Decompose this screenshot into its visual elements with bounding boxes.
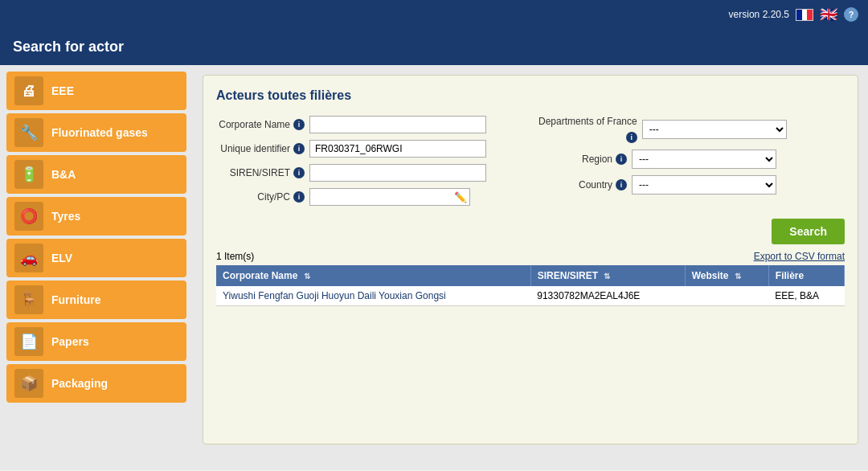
sort-icon-website: ⇅ <box>735 272 741 281</box>
unique-identifier-row: Unique identifier i <box>216 140 522 158</box>
cell-website <box>685 286 768 306</box>
region-info-icon[interactable]: i <box>616 154 627 165</box>
sidebar-label-fluorinated-gases: Fluorinated gases <box>51 126 148 139</box>
sidebar-icon-packaging: 📦 <box>14 369 43 398</box>
sidebar-icon-bna: 🔋 <box>14 160 43 189</box>
city-pc-info-icon[interactable]: i <box>293 191 305 203</box>
col-website[interactable]: Website ⇅ <box>685 265 768 286</box>
sidebar-icon-furniture: 🪑 <box>14 285 43 314</box>
flag-french[interactable] <box>796 9 813 21</box>
sidebar-icon-elv: 🚗 <box>14 244 43 272</box>
sidebar-item-tyres[interactable]: ⭕ Tyres <box>6 197 186 236</box>
departments-france-row: Departments of France i --- <box>538 116 845 143</box>
table-header-row: Corporate Name ⇅ SIREN/SIRET ⇅ Website ⇅ <box>216 265 845 286</box>
cell-corporate-name: Yiwushi Fengfan Guoji Huoyun Daili Youxi… <box>216 286 530 306</box>
country-select[interactable]: --- <box>632 175 776 195</box>
departments-info-icon[interactable]: i <box>626 132 637 143</box>
main-layout: 🖨 EEE 🔧 Fluorinated gases 🔋 B&A ⭕ Tyres … <box>0 65 868 470</box>
city-pc-row: City/PC i ✏️ <box>216 188 522 206</box>
unique-identifier-input[interactable] <box>309 140 486 158</box>
region-row: Region i --- <box>538 149 845 169</box>
sidebar-label-eee: EEE <box>51 84 74 97</box>
sidebar-icon-papers: 📄 <box>14 327 43 356</box>
top-bar: version 2.20.5 🇬🇧 ? <box>0 0 868 29</box>
sort-icon-corporate: ⇅ <box>304 272 310 281</box>
region-label: Region i <box>538 154 627 165</box>
siren-siret-input[interactable] <box>309 164 486 182</box>
search-button-row: Search <box>216 219 845 244</box>
city-pc-input[interactable] <box>309 188 470 206</box>
departments-france-label: Departments of France i <box>538 116 637 143</box>
search-panel: Acteurs toutes filières Corporate Name i <box>203 75 858 444</box>
sidebar-label-bna: B&A <box>51 168 76 181</box>
sidebar-label-furniture: Furniture <box>51 293 100 306</box>
cell-siren-siret: 91330782MA2EAL4J6E <box>530 286 685 306</box>
form-left: Corporate Name i Unique identifier i <box>216 116 522 206</box>
flag-uk-icon[interactable]: 🇬🇧 <box>820 6 837 23</box>
sidebar-icon-fluorinated-gases: 🔧 <box>14 118 43 147</box>
siren-siret-label: SIREN/SIRET i <box>216 167 305 178</box>
sidebar-item-furniture[interactable]: 🪑 Furniture <box>6 281 186 319</box>
sidebar-label-elv: ELV <box>51 252 72 264</box>
corporate-name-row: Corporate Name i <box>216 116 522 133</box>
siren-siret-row: SIREN/SIRET i <box>216 164 522 182</box>
city-pc-label: City/PC i <box>216 191 305 203</box>
sidebar-item-fluorinated-gases[interactable]: 🔧 Fluorinated gases <box>6 113 186 152</box>
results-bar: 1 Item(s) Export to CSV format <box>216 251 845 262</box>
search-form: Corporate Name i Unique identifier i <box>216 116 845 206</box>
col-siren-siret[interactable]: SIREN/SIRET ⇅ <box>530 265 685 286</box>
cell-filiere: EEE, B&A <box>768 286 844 306</box>
sidebar-label-papers: Papers <box>51 335 89 348</box>
corporate-name-label: Corporate Name i <box>216 119 305 130</box>
form-right: Departments of France i --- Region i <box>538 116 845 206</box>
sidebar-icon-tyres: ⭕ <box>14 202 43 231</box>
panel-title: Acteurs toutes filières <box>216 88 845 103</box>
help-icon[interactable]: ? <box>844 7 858 22</box>
sidebar-item-eee[interactable]: 🖨 EEE <box>6 72 186 110</box>
sidebar-label-packaging: Packaging <box>51 377 108 390</box>
siren-siret-info-icon[interactable]: i <box>293 167 305 178</box>
export-csv-link[interactable]: Export to CSV format <box>754 251 845 262</box>
corporate-name-info-icon[interactable]: i <box>293 119 305 130</box>
city-pc-edit-icon[interactable]: ✏️ <box>454 191 467 203</box>
col-corporate-name[interactable]: Corporate Name ⇅ <box>216 265 530 286</box>
region-select[interactable]: --- <box>632 149 776 169</box>
page-title: Search for actor <box>13 39 124 55</box>
results-table: Corporate Name ⇅ SIREN/SIRET ⇅ Website ⇅ <box>216 265 845 306</box>
country-label: Country i <box>538 179 627 190</box>
city-pc-input-wrapper: ✏️ <box>309 188 470 206</box>
page-header: Search for actor <box>0 29 868 65</box>
col-filiere: Filière <box>768 265 844 286</box>
sidebar-item-elv[interactable]: 🚗 ELV <box>6 239 186 277</box>
version-text: version 2.20.5 <box>729 9 789 20</box>
departments-france-select[interactable]: --- <box>642 120 787 139</box>
sidebar-item-packaging[interactable]: 📦 Packaging <box>6 364 186 403</box>
sidebar: 🖨 EEE 🔧 Fluorinated gases 🔋 B&A ⭕ Tyres … <box>0 65 193 470</box>
country-row: Country i --- <box>538 175 845 195</box>
unique-identifier-label: Unique identifier i <box>216 143 305 154</box>
sidebar-item-bna[interactable]: 🔋 B&A <box>6 155 186 194</box>
sort-icon-siren: ⇅ <box>604 272 610 281</box>
table-row[interactable]: Yiwushi Fengfan Guoji Huoyun Daili Youxi… <box>216 286 845 306</box>
content-area: Acteurs toutes filières Corporate Name i <box>193 65 868 470</box>
corporate-name-input[interactable] <box>309 116 486 133</box>
sidebar-icon-eee: 🖨 <box>14 76 43 105</box>
country-info-icon[interactable]: i <box>616 179 627 190</box>
results-count: 1 Item(s) <box>216 251 254 262</box>
unique-identifier-info-icon[interactable]: i <box>293 143 305 154</box>
sidebar-label-tyres: Tyres <box>51 210 80 223</box>
sidebar-item-papers[interactable]: 📄 Papers <box>6 322 186 361</box>
search-button[interactable]: Search <box>772 219 845 244</box>
